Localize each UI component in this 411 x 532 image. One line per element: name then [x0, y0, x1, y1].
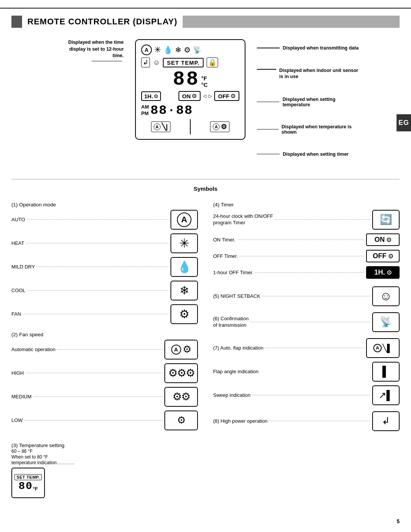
high-power-symbol-row: (8) High power operation ↲	[213, 411, 400, 431]
high-fan-icon: ⚙⚙⚙	[168, 367, 194, 379]
cool-icon: ❄	[180, 284, 189, 297]
high-power-icon: ↲	[382, 415, 390, 427]
set-temp-row: ↲ ☺ SET TEMP. 🔒	[141, 58, 239, 67]
low-fan-symbol-row: LOW ⚙	[11, 411, 198, 430]
off-timer-symbol-row: OFF Timer. OFF ⊙	[213, 250, 400, 262]
big-temp-digits: 88	[173, 70, 199, 89]
auto-op-icon-box: A ⚙	[164, 340, 198, 359]
auto-op-label: Automatic operation	[11, 347, 164, 352]
sweep-icon-box: ↗▌	[372, 385, 400, 405]
auto-label: AUTO	[11, 217, 170, 222]
page-number: 5	[397, 518, 400, 524]
bottom-icons-row: A ╲| A ⚙	[141, 119, 239, 134]
bottom-auto-icon-left: A ╲|	[151, 121, 170, 132]
off-timer-clock-icon: ⊙	[388, 252, 393, 260]
high-fan-label: HIGH	[11, 370, 164, 376]
section3-title: (3) Temperature setting 60 – 86 °FWhen s…	[11, 443, 198, 465]
on-button-display: ON ⊙	[178, 91, 201, 101]
pm-label: PM	[141, 110, 149, 117]
fan-icon: ⚙	[179, 307, 190, 321]
night-setback-icon-box: ☺	[372, 286, 400, 306]
heat-symbol-row: HEAT ✳	[11, 233, 198, 253]
page-header: REMOTE CONTROLLER (DISPLAY)	[0, 8, 411, 32]
off-timer-off-text: OFF	[373, 252, 387, 260]
time-display-row: AM PM 88·88	[141, 103, 239, 118]
callout-transmitting: Displayed when transmitting data	[257, 45, 363, 51]
medium-fan-icon: ⚙⚙	[172, 390, 190, 403]
left-symbols-column: (1) Operation mode AUTO A HEAT ✳ MILD DR…	[11, 198, 198, 498]
symbols-header: Symbols	[11, 185, 400, 192]
bottom-auto-icon-right: A ⚙	[210, 121, 229, 132]
timer-on-off-row: 1H. ⊙ ON ⊙ ◁ ▷ OFF ⊙	[141, 91, 239, 101]
callout-setting-timer-text: Displayed when setting timer	[283, 152, 349, 157]
auto-symbol-row: AUTO A	[11, 210, 198, 230]
flap-angle-icon-box: ▌	[372, 362, 400, 382]
callout-temp-shown: Displayed when temperature is shown	[257, 124, 363, 135]
cool-icon-box: ❄	[170, 281, 198, 300]
fan-icon-box: ⚙	[170, 304, 198, 324]
night-setback-icon: ☺	[380, 289, 392, 303]
high-power-icon-box: ↲	[372, 411, 400, 431]
heat-icon: ✳	[179, 236, 190, 251]
flap-angle-label: Flap angle indication	[213, 369, 372, 374]
on-timer-icon-box: ON ⊙	[366, 233, 400, 246]
auto-flap-icon: A ╲▌	[373, 343, 392, 353]
wifi-icon: 📡	[380, 316, 392, 328]
callout-setting-temp: Displayed when setting temperature	[257, 97, 363, 107]
left-callout: Displayed when the time display is set t…	[68, 39, 124, 61]
page-footer: 5	[397, 518, 400, 524]
off-button-display: OFF ⊙	[214, 91, 239, 101]
on-timer-clock-icon: ⊙	[386, 236, 391, 243]
deg-f-label: °F	[201, 75, 207, 81]
flap-angle-symbol-row: Flap angle indication ▌	[213, 362, 400, 382]
auto-flap-section: (7) Auto. flap indication A ╲▌ Flap angl…	[213, 338, 400, 409]
sweep-icon: ↗▌	[379, 390, 393, 401]
diagram-area: Displayed when the time display is set t…	[11, 39, 400, 165]
section1-title: (1) Operation mode	[11, 202, 198, 208]
header-bar-right	[183, 16, 400, 28]
remote-small-icon1: ↲	[141, 58, 150, 67]
deg-c-label: °C	[201, 81, 208, 88]
low-fan-icon: ⚙	[177, 414, 186, 426]
1h-clock-icon: ⊙	[154, 93, 158, 99]
sensor-icon: 🔒	[207, 58, 218, 67]
24h-icon-box: 🔄	[372, 210, 400, 230]
on-timer-label: ON Timer.	[213, 237, 366, 243]
heat-icon-box: ✳	[170, 233, 198, 253]
section3-sub: 60 – 86 °FWhen set to 80 °Ftemperature i…	[11, 449, 75, 465]
auto-icon-box: A	[170, 210, 198, 230]
confirmation-label: (6) Confirmationof transmission	[213, 316, 372, 329]
am-pm-labels: AM PM	[141, 104, 149, 117]
auto-icon: A	[177, 212, 191, 227]
low-fan-icon-box: ⚙	[164, 411, 198, 430]
24h-label: 24-hour clock with ON/OFFprogram Timer	[213, 213, 372, 226]
on-clock-icon: ⊙	[192, 93, 197, 99]
page-title: REMOTE CONTROLLER (DISPLAY)	[27, 17, 177, 27]
right-symbols-column: (4) Timer 24-hour clock with ON/OFFprogr…	[213, 198, 400, 498]
off-timer-icon-box: OFF ⊙	[366, 250, 400, 262]
time-digits: 88·88	[150, 103, 193, 118]
fan-mode-icon: ⚙	[184, 45, 191, 54]
section-divider	[11, 179, 400, 179]
cool-symbol-row: COOL ❄	[11, 281, 198, 300]
callout-setting-temp-text: Displayed when setting temperature	[282, 97, 363, 107]
off-label-display: OFF	[218, 93, 229, 99]
night-setback-section: (5) NIGHT SETBACK ☺	[213, 286, 400, 310]
sweep-symbol-row: Sweep indication ↗▌	[213, 385, 400, 405]
on-timer-symbol-row: ON Timer. ON ⊙	[213, 233, 400, 246]
callout-setting-timer: Displayed when setting timer	[257, 152, 363, 157]
1h-timer-text: 1H.	[374, 268, 385, 276]
callout-sensor: Displayed when indoor unit sensor is in …	[257, 67, 363, 80]
on-timer-on-text: ON	[374, 236, 385, 244]
main-content: Displayed when the time display is set t…	[0, 32, 411, 173]
medium-fan-label: MEDIUM	[11, 394, 164, 399]
callout-sensor-text: Displayed when indoor unit sensor is in …	[279, 67, 363, 80]
eg-badge: EG	[397, 114, 411, 131]
symbols-section: Symbols (1) Operation mode AUTO A HEAT ✳	[0, 185, 411, 498]
confirmation-section: (6) Confirmationof transmission 📡	[213, 312, 400, 336]
temp-set-digits: 80	[19, 481, 33, 492]
cool-mode-icon: ❄	[175, 45, 182, 54]
mode-icons-row: A ✳ 💧 ❄ ⚙ 📡	[141, 45, 239, 55]
am-label: AM	[141, 104, 149, 110]
remote-display: A ✳ 💧 ❄ ⚙ 📡 ↲	[135, 39, 245, 140]
